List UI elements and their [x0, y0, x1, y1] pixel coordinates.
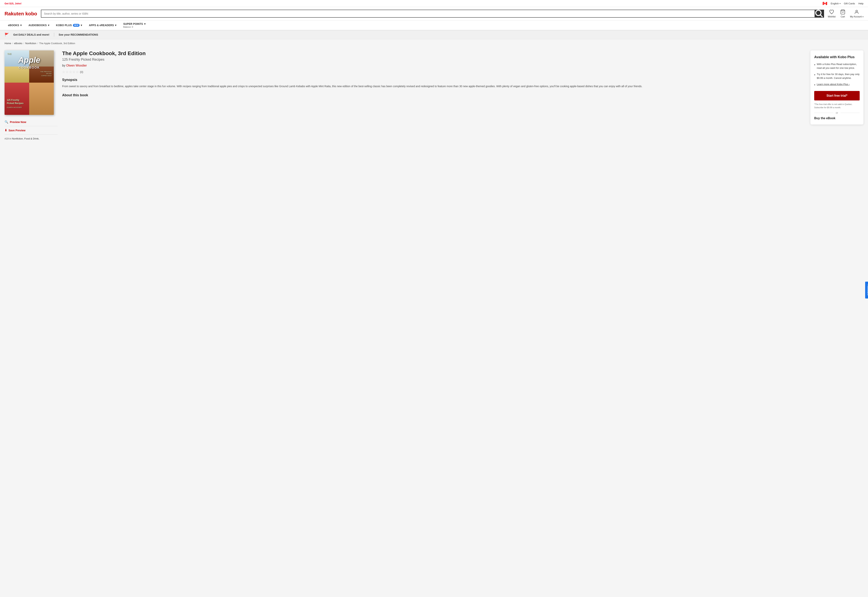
- preview-now-link[interactable]: 🔍 Preview Now: [4, 118, 58, 126]
- my-account-label-wrapper: My Account ▾: [850, 15, 864, 18]
- nav-ebooks[interactable]: eBOOKS ▾: [4, 21, 25, 30]
- search-icon: [815, 9, 824, 18]
- left-column: THE Apple COOKBOOK THE PREVIOUS350,000CO…: [4, 50, 58, 140]
- cover-overlay: THE Apple COOKBOOK THE PREVIOUS350,000CO…: [4, 50, 54, 115]
- buy-ebook-heading: Buy the eBook: [814, 117, 860, 120]
- breadcrumb-sep-2: /: [24, 42, 24, 45]
- save-preview-link[interactable]: ⬇ Save Preview: [4, 126, 58, 135]
- nav-superpoints[interactable]: SUPER POINTS ▾ Balance: 0: [120, 21, 149, 30]
- start-trial-button[interactable]: Start free trial*: [814, 91, 860, 101]
- nav-bar: eBOOKS ▾ AUDIOBOOKS ▾ KOBO PLUS NEW ▾ AP…: [0, 21, 868, 30]
- cover-author-small: OLWEN WOODIER: [7, 107, 22, 108]
- book-ranking: #19 in Nonfiction, Food & Drink,: [4, 137, 58, 140]
- cart-icon: [840, 9, 846, 15]
- top-bar: Get $15, John! 🇨🇦 English ▾ Gift Cards H…: [0, 0, 868, 7]
- star-rating: ☆ ☆ ☆ ☆ ☆: [62, 70, 79, 74]
- koboplus-chevron-icon: ▾: [81, 24, 82, 27]
- book-author: by Olwen Woodier: [62, 64, 806, 67]
- kobo-benefit-1: With a Kobo Plus Read subscription, read…: [814, 62, 860, 70]
- superpoints-chevron-icon: ▾: [144, 22, 145, 25]
- star-1: ☆: [62, 70, 65, 74]
- user-icon: [854, 9, 859, 15]
- breadcrumb-current: The Apple Cookbook, 3rd Edition: [39, 42, 75, 45]
- koboplus-new-badge: NEW: [73, 24, 80, 27]
- logo-kobo-text: kobo: [24, 11, 37, 16]
- cover-copies-sold: THE PREVIOUS350,000COPIES SOLD: [40, 71, 52, 77]
- deals-text[interactable]: Get DAILY DEALS and more!: [13, 33, 49, 36]
- promo-text[interactable]: Get $15, John!: [4, 2, 22, 5]
- apps-chevron-icon: ▾: [115, 24, 116, 27]
- search-preview-icon: 🔍: [4, 120, 8, 124]
- breadcrumb-home[interactable]: Home: [4, 42, 11, 45]
- kobo-plus-card: Available with Kobo Plus With a Kobo Plu…: [810, 50, 864, 125]
- heart-icon: [829, 9, 834, 15]
- cart-button[interactable]: Cart: [840, 9, 846, 18]
- search-bar: [41, 10, 824, 18]
- logo[interactable]: Rakuten kobo: [4, 11, 37, 17]
- star-4: ☆: [73, 70, 76, 74]
- about-heading: About this book: [62, 93, 806, 97]
- learn-more-arrow-icon: ›: [849, 83, 850, 86]
- gift-cards-link[interactable]: Gift Cards: [844, 2, 855, 5]
- cover-the-label: THE: [7, 53, 11, 55]
- ranking-food-drink-link[interactable]: Food & Drink: [24, 137, 39, 140]
- recommendations-link[interactable]: See your RECOMMENDATIONS: [59, 33, 98, 36]
- book-cover: THE Apple COOKBOOK THE PREVIOUS350,000CO…: [4, 50, 54, 115]
- nav-apps[interactable]: APPS & eREADERS ▾: [86, 21, 120, 30]
- language-selector[interactable]: English ▾: [831, 2, 841, 5]
- logo-rakuten-text: Rakuten: [4, 11, 24, 16]
- breadcrumb-nonfiction[interactable]: Nonfiction: [25, 42, 36, 45]
- svg-point-0: [816, 10, 821, 16]
- top-bar-right: 🇨🇦 English ▾ Gift Cards Help: [822, 1, 864, 6]
- help-link[interactable]: Help: [858, 2, 864, 5]
- header-actions: Wishlist Cart My Account ▾: [828, 9, 864, 18]
- kobo-plus-benefits: With a Kobo Plus Read subscription, read…: [814, 62, 860, 87]
- or-divider: or: [814, 111, 860, 114]
- right-column: Available with Kobo Plus With a Kobo Plu…: [810, 50, 864, 128]
- deals-bar: 🚩 Get DAILY DEALS and more! See your REC…: [0, 30, 868, 39]
- deals-separator: [54, 33, 54, 37]
- audiobooks-chevron-icon: ▾: [48, 24, 49, 27]
- chevron-down-icon: ▾: [840, 3, 841, 4]
- cover-freshly-text: 125 FreshlyPicked Recipes: [7, 98, 24, 105]
- wishlist-button[interactable]: Wishlist: [828, 9, 835, 18]
- superpoints-label-wrapper: SUPER POINTS ▾: [123, 22, 145, 25]
- star-5: ☆: [76, 70, 79, 74]
- download-icon: ⬇: [4, 129, 7, 132]
- country-flag[interactable]: 🇨🇦: [822, 1, 827, 6]
- star-3: ☆: [69, 70, 72, 74]
- nav-audiobooks[interactable]: AUDIOBOOKS ▾: [25, 21, 52, 30]
- kobo-benefit-3: Learn more about Kobo Plus ›: [814, 82, 860, 87]
- breadcrumb: Home / eBooks / Nonfiction / The Apple C…: [0, 39, 868, 48]
- center-column: The Apple Cookbook, 3rd Edition 125 Fres…: [62, 50, 810, 99]
- svg-line-1: [820, 15, 822, 17]
- breadcrumb-ebooks[interactable]: eBooks: [14, 42, 22, 45]
- cover-cookbook-label: COOKBOOK: [6, 66, 52, 69]
- kobo-benefit-2: Try it for free for 30 days, then pay on…: [814, 73, 860, 80]
- author-link[interactable]: Olwen Woodier: [66, 64, 87, 67]
- synopsis-heading: Synopsis: [62, 78, 806, 82]
- synopsis-text: From sweet to savory and from breakfast …: [62, 84, 806, 89]
- breadcrumb-sep-1: /: [12, 42, 13, 45]
- star-2: ☆: [65, 70, 68, 74]
- action-links: 🔍 Preview Now ⬇ Save Preview: [4, 118, 58, 135]
- nav-koboplus[interactable]: KOBO PLUS NEW ▾: [53, 21, 86, 30]
- svg-point-3: [856, 10, 858, 12]
- kobo-plus-card-title: Available with Kobo Plus: [814, 55, 860, 59]
- ranking-nonfiction-link[interactable]: Nonfiction: [12, 137, 23, 140]
- header: Rakuten kobo Wishlist Cart: [0, 7, 868, 21]
- search-input[interactable]: [41, 10, 815, 17]
- my-account-button[interactable]: My Account ▾: [850, 9, 864, 18]
- breadcrumb-sep-3: /: [37, 42, 38, 45]
- superpoints-balance: Balance: 0: [123, 26, 145, 28]
- search-button[interactable]: [815, 10, 824, 17]
- ebooks-chevron-icon: ▾: [20, 24, 22, 27]
- book-rating: ☆ ☆ ☆ ☆ ☆ (0): [62, 70, 806, 74]
- trial-footnote: *The free trial offer is not valid in Qu…: [814, 103, 860, 109]
- deals-flag-icon: 🚩: [4, 33, 9, 37]
- my-account-chevron-icon: ▾: [862, 16, 864, 18]
- book-subtitle: 125 Freshly Picked Recipes: [62, 58, 806, 62]
- learn-more-link[interactable]: Learn more about Kobo Plus ›: [817, 82, 850, 86]
- main-content: THE Apple COOKBOOK THE PREVIOUS350,000CO…: [0, 48, 868, 148]
- rating-count: (0): [80, 70, 83, 74]
